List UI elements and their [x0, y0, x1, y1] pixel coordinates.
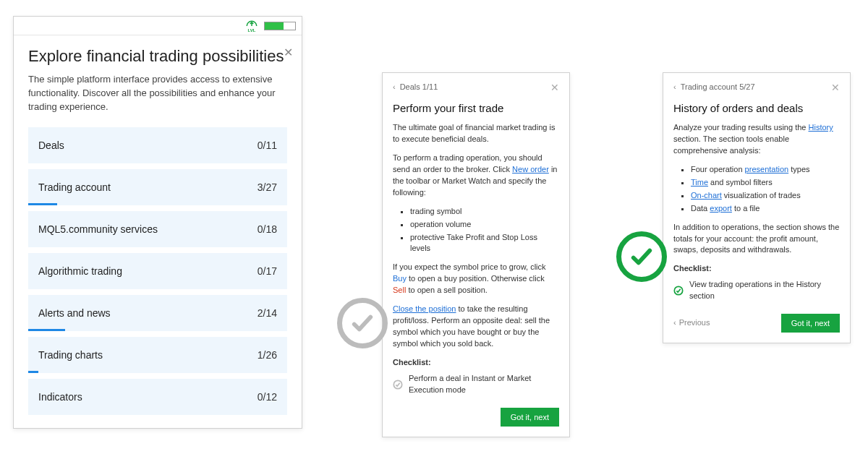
category-label: Trading charts	[38, 349, 103, 361]
lvl-strip: LVL	[14, 17, 302, 35]
category-label: Trading account	[38, 181, 111, 193]
breadcrumb-back[interactable]: ‹ Trading account 5/27	[673, 82, 755, 93]
checklist-heading: Checklist:	[673, 263, 840, 275]
new-order-link[interactable]: New order	[512, 165, 549, 174]
explore-title: Explore financial trading possibilities	[28, 47, 287, 66]
check-icon	[673, 286, 684, 296]
list-item: trading symbol	[410, 206, 559, 218]
close-icon[interactable]: ✕	[284, 46, 293, 59]
history-link[interactable]: History	[809, 123, 833, 132]
tutorial-card-deals: ‹ Deals 1/11 ✕ Perform your first trade …	[382, 72, 570, 437]
category-progress-count: 0/18	[258, 223, 277, 235]
card-paragraph: In addition to operations, the section s…	[673, 222, 840, 257]
category-item[interactable]: Alerts and news2/14	[28, 295, 287, 331]
category-item[interactable]: Algorithmic trading0/17	[28, 253, 287, 289]
list-item: Four operation presentation types	[691, 164, 840, 176]
list-item: protective Take Profit and Stop Loss lev…	[410, 232, 559, 255]
category-progress-count: 0/11	[258, 140, 277, 151]
card-paragraph: If you expect the symbol price to grow, …	[393, 262, 559, 296]
time-link[interactable]: Time	[691, 178, 708, 187]
category-label: MQL5.community services	[38, 223, 158, 235]
previous-button[interactable]: ‹ Previous	[673, 317, 710, 329]
chevron-left-icon: ‹	[673, 317, 676, 329]
category-progress-count: 0/17	[258, 265, 277, 277]
list-item: On-chart visualization of trades	[691, 190, 840, 202]
chevron-left-icon: ‹	[673, 82, 676, 93]
category-list: Deals0/11Trading account3/27MQL5.communi…	[28, 127, 287, 415]
list-item: operation volume	[410, 219, 559, 231]
card-paragraph: The ultimate goal of financial market tr…	[393, 122, 559, 145]
bullet-list: trading symboloperation volumeprotective…	[393, 206, 559, 255]
category-progress-count: 0/12	[258, 391, 277, 403]
chevron-left-icon: ‹	[393, 82, 396, 93]
buy-label: Buy	[393, 274, 407, 283]
category-item[interactable]: Indicators0/12	[28, 379, 287, 415]
export-link[interactable]: export	[710, 204, 732, 213]
checklist-item: View trading operations in the History s…	[673, 279, 840, 302]
list-item: Data export to a file	[691, 203, 840, 215]
category-progress-count: 1/26	[258, 349, 277, 361]
presentation-link[interactable]: presentation	[745, 165, 789, 174]
breadcrumb-label: Deals 1/11	[400, 82, 438, 93]
card-paragraph: Close the position to take the resulting…	[393, 304, 559, 350]
category-progress-count: 2/14	[258, 307, 277, 319]
large-check-icon	[616, 231, 667, 282]
category-label: Algorithmic trading	[38, 265, 122, 277]
category-item[interactable]: Trading account3/27	[28, 169, 287, 205]
category-progress-count: 3/27	[258, 181, 277, 193]
close-icon[interactable]: ✕	[550, 80, 559, 95]
lvl-label: LVL	[248, 28, 256, 33]
explore-panel: LVL ✕ Explore financial trading possibil…	[13, 16, 302, 429]
got-it-next-button[interactable]: Got it, next	[501, 408, 559, 427]
lvl-icon: LVL	[244, 19, 260, 33]
category-progress-fill	[28, 203, 57, 205]
checklist-item: Perform a deal in Instant or Market Exec…	[393, 373, 559, 396]
card-paragraph: Analyze your trading results using the H…	[673, 122, 840, 157]
checklist-text: Perform a deal in Instant or Market Exec…	[409, 373, 559, 396]
card-title: History of orders and deals	[673, 100, 840, 116]
bullet-list: Four operation presentation types Time a…	[673, 164, 840, 215]
category-progress-fill	[28, 371, 38, 373]
sell-label: Sell	[393, 286, 406, 294]
check-icon	[393, 380, 403, 390]
explore-subtitle: The simple platform interface provides a…	[28, 73, 287, 114]
card-title: Perform your first trade	[393, 100, 559, 116]
tutorial-card-history: ‹ Trading account 5/27 ✕ History of orde…	[663, 72, 851, 343]
breadcrumb-back[interactable]: ‹ Deals 1/11	[393, 82, 438, 93]
category-label: Indicators	[38, 391, 82, 403]
list-item: Time and symbol filters	[691, 177, 840, 189]
checklist-heading: Checklist:	[393, 357, 559, 369]
breadcrumb-label: Trading account 5/27	[681, 82, 755, 93]
category-label: Deals	[38, 140, 64, 151]
onchart-link[interactable]: On-chart	[691, 191, 722, 200]
category-item[interactable]: Deals0/11	[28, 127, 287, 163]
lvl-progress-bar	[264, 22, 296, 30]
category-item[interactable]: MQL5.community services0/18	[28, 211, 287, 247]
large-check-icon	[337, 298, 388, 348]
checklist-text: View trading operations in the History s…	[689, 279, 840, 302]
close-icon[interactable]: ✕	[831, 80, 840, 95]
lvl-progress-fill	[265, 22, 284, 30]
card-paragraph: To perform a trading operation, you shou…	[393, 153, 559, 199]
category-label: Alerts and news	[38, 307, 111, 319]
got-it-next-button[interactable]: Got it, next	[781, 314, 840, 333]
category-progress-fill	[28, 329, 65, 331]
close-position-link[interactable]: Close the position	[393, 304, 456, 313]
category-item[interactable]: Trading charts1/26	[28, 337, 287, 373]
